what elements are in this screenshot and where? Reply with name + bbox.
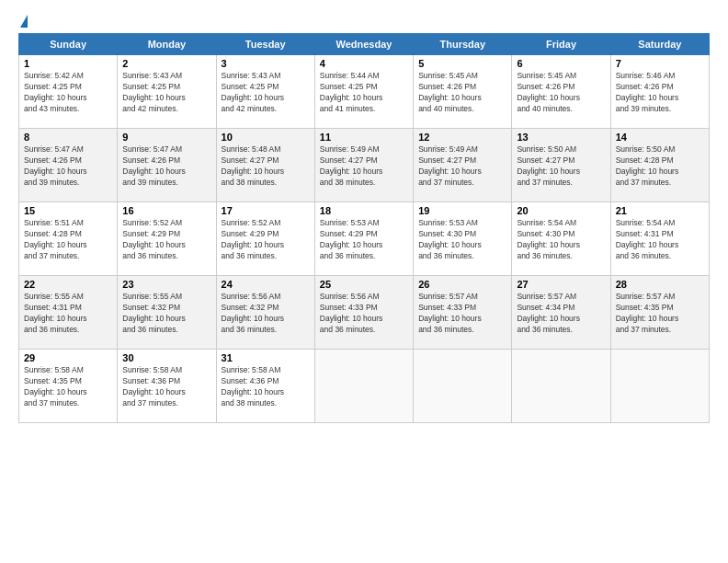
day-number: 31 [222,352,310,363]
day-info: Sunrise: 5:50 AM Sunset: 4:27 PM Dayligh… [517,144,605,189]
day-number: 11 [320,132,408,143]
day-info: Sunrise: 5:52 AM Sunset: 4:29 PM Dayligh… [222,218,310,262]
calendar-row-3: 15Sunrise: 5:51 AM Sunset: 4:28 PM Dayli… [19,202,710,276]
day-number: 15 [24,205,112,216]
day-info: Sunrise: 5:53 AM Sunset: 4:29 PM Dayligh… [320,218,408,262]
col-header-tuesday: Tuesday [216,34,314,55]
calendar-cell: 25Sunrise: 5:56 AM Sunset: 4:33 PM Dayli… [314,276,413,350]
calendar-cell: 21Sunrise: 5:54 AM Sunset: 4:31 PM Dayli… [610,202,709,276]
day-number: 1 [24,58,112,69]
day-number: 29 [24,352,112,363]
calendar-cell: 22Sunrise: 5:55 AM Sunset: 4:31 PM Dayli… [19,276,118,350]
day-number: 6 [517,58,605,69]
day-number: 7 [616,58,704,69]
header-row: SundayMondayTuesdayWednesdayThursdayFrid… [19,34,710,55]
day-info: Sunrise: 5:57 AM Sunset: 4:34 PM Dayligh… [517,292,605,336]
day-info: Sunrise: 5:57 AM Sunset: 4:33 PM Dayligh… [418,292,506,336]
calendar-cell: 17Sunrise: 5:52 AM Sunset: 4:29 PM Dayli… [216,202,314,276]
day-number: 24 [222,279,310,290]
col-header-sunday: Sunday [19,34,118,55]
calendar-cell [610,350,709,423]
day-info: Sunrise: 5:58 AM Sunset: 4:36 PM Dayligh… [122,365,210,409]
day-number: 19 [418,205,506,216]
day-info: Sunrise: 5:47 AM Sunset: 4:26 PM Dayligh… [24,144,112,189]
day-number: 28 [616,279,704,290]
calendar-cell: 23Sunrise: 5:55 AM Sunset: 4:32 PM Dayli… [118,276,216,350]
calendar-cell: 11Sunrise: 5:49 AM Sunset: 4:27 PM Dayli… [314,129,413,202]
day-info: Sunrise: 5:51 AM Sunset: 4:28 PM Dayligh… [24,218,112,262]
day-info: Sunrise: 5:54 AM Sunset: 4:30 PM Dayligh… [517,218,605,262]
calendar-cell: 13Sunrise: 5:50 AM Sunset: 4:27 PM Dayli… [512,129,610,202]
day-info: Sunrise: 5:56 AM Sunset: 4:33 PM Dayligh… [320,292,408,336]
calendar-cell: 9Sunrise: 5:47 AM Sunset: 4:26 PM Daylig… [118,129,216,202]
col-header-friday: Friday [512,34,610,55]
calendar-cell [512,350,610,423]
col-header-saturday: Saturday [610,34,709,55]
day-info: Sunrise: 5:46 AM Sunset: 4:26 PM Dayligh… [616,71,704,115]
day-number: 4 [320,58,408,69]
day-number: 14 [616,132,704,143]
calendar-cell: 16Sunrise: 5:52 AM Sunset: 4:29 PM Dayli… [118,202,216,276]
calendar-cell: 3Sunrise: 5:43 AM Sunset: 4:25 PM Daylig… [216,55,314,129]
day-number: 8 [24,132,112,143]
day-number: 10 [222,132,310,143]
calendar-cell: 27Sunrise: 5:57 AM Sunset: 4:34 PM Dayli… [512,276,610,350]
day-info: Sunrise: 5:43 AM Sunset: 4:25 PM Dayligh… [122,71,210,115]
day-info: Sunrise: 5:52 AM Sunset: 4:29 PM Dayligh… [122,218,210,262]
calendar-page: SundayMondayTuesdayWednesdayThursdayFrid… [0,0,728,563]
day-info: Sunrise: 5:53 AM Sunset: 4:30 PM Dayligh… [418,218,506,262]
day-info: Sunrise: 5:45 AM Sunset: 4:26 PM Dayligh… [418,71,506,115]
logo [18,15,28,24]
day-info: Sunrise: 5:55 AM Sunset: 4:31 PM Dayligh… [24,292,112,336]
day-number: 20 [517,205,605,216]
day-info: Sunrise: 5:54 AM Sunset: 4:31 PM Dayligh… [616,218,704,262]
calendar-cell: 18Sunrise: 5:53 AM Sunset: 4:29 PM Dayli… [314,202,413,276]
col-header-monday: Monday [118,34,216,55]
calendar-cell: 20Sunrise: 5:54 AM Sunset: 4:30 PM Dayli… [512,202,610,276]
day-number: 21 [616,205,704,216]
day-number: 5 [418,58,506,69]
calendar-cell: 10Sunrise: 5:48 AM Sunset: 4:27 PM Dayli… [216,129,314,202]
calendar-cell: 1Sunrise: 5:42 AM Sunset: 4:25 PM Daylig… [19,55,118,129]
col-header-wednesday: Wednesday [314,34,413,55]
calendar-cell: 26Sunrise: 5:57 AM Sunset: 4:33 PM Dayli… [414,276,512,350]
day-info: Sunrise: 5:55 AM Sunset: 4:32 PM Dayligh… [122,292,210,336]
col-header-thursday: Thursday [414,34,512,55]
calendar-cell: 2Sunrise: 5:43 AM Sunset: 4:25 PM Daylig… [118,55,216,129]
day-number: 9 [122,132,210,143]
calendar-cell: 7Sunrise: 5:46 AM Sunset: 4:26 PM Daylig… [610,55,709,129]
day-number: 25 [320,279,408,290]
day-number: 22 [24,279,112,290]
calendar-cell: 15Sunrise: 5:51 AM Sunset: 4:28 PM Dayli… [19,202,118,276]
calendar-row-5: 29Sunrise: 5:58 AM Sunset: 4:35 PM Dayli… [19,350,710,423]
day-info: Sunrise: 5:45 AM Sunset: 4:26 PM Dayligh… [517,71,605,115]
calendar-cell: 14Sunrise: 5:50 AM Sunset: 4:28 PM Dayli… [610,129,709,202]
calendar-cell: 4Sunrise: 5:44 AM Sunset: 4:25 PM Daylig… [314,55,413,129]
logo-triangle-icon [20,15,28,28]
day-info: Sunrise: 5:57 AM Sunset: 4:35 PM Dayligh… [616,292,704,336]
day-number: 12 [418,132,506,143]
day-info: Sunrise: 5:58 AM Sunset: 4:36 PM Dayligh… [222,365,310,409]
day-info: Sunrise: 5:50 AM Sunset: 4:28 PM Dayligh… [616,144,704,189]
calendar-row-2: 8Sunrise: 5:47 AM Sunset: 4:26 PM Daylig… [19,129,710,202]
calendar-row-4: 22Sunrise: 5:55 AM Sunset: 4:31 PM Dayli… [19,276,710,350]
day-info: Sunrise: 5:56 AM Sunset: 4:32 PM Dayligh… [222,292,310,336]
calendar-table: SundayMondayTuesdayWednesdayThursdayFrid… [18,33,710,423]
calendar-cell: 6Sunrise: 5:45 AM Sunset: 4:26 PM Daylig… [512,55,610,129]
calendar-cell: 31Sunrise: 5:58 AM Sunset: 4:36 PM Dayli… [216,350,314,423]
day-number: 2 [122,58,210,69]
day-info: Sunrise: 5:49 AM Sunset: 4:27 PM Dayligh… [320,144,408,189]
header [18,15,710,24]
day-info: Sunrise: 5:42 AM Sunset: 4:25 PM Dayligh… [24,71,112,115]
day-number: 27 [517,279,605,290]
calendar-cell: 29Sunrise: 5:58 AM Sunset: 4:35 PM Dayli… [19,350,118,423]
day-number: 18 [320,205,408,216]
day-info: Sunrise: 5:43 AM Sunset: 4:25 PM Dayligh… [222,71,310,115]
calendar-cell: 12Sunrise: 5:49 AM Sunset: 4:27 PM Dayli… [414,129,512,202]
day-info: Sunrise: 5:48 AM Sunset: 4:27 PM Dayligh… [222,144,310,189]
day-number: 17 [222,205,310,216]
day-number: 16 [122,205,210,216]
day-info: Sunrise: 5:47 AM Sunset: 4:26 PM Dayligh… [122,144,210,189]
calendar-cell: 30Sunrise: 5:58 AM Sunset: 4:36 PM Dayli… [118,350,216,423]
day-info: Sunrise: 5:58 AM Sunset: 4:35 PM Dayligh… [24,365,112,409]
